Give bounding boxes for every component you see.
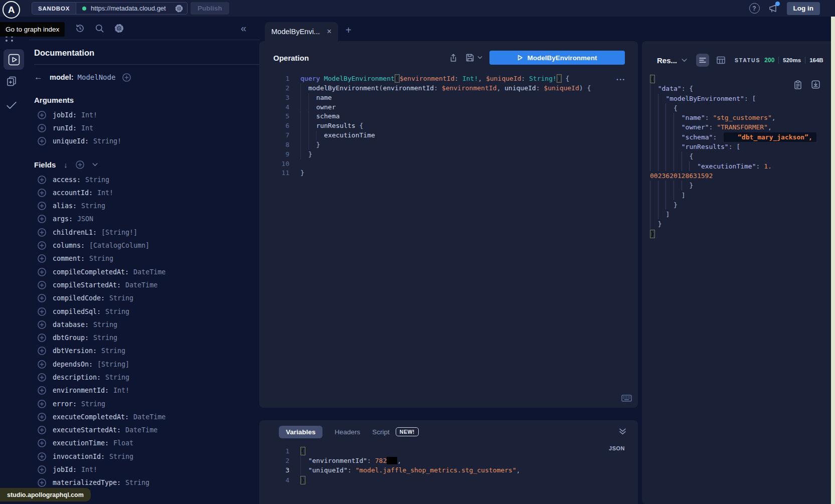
history-icon[interactable]: [75, 24, 85, 33]
variables-editor[interactable]: 1{2"environmentId": 782,3"uniqueId": "mo…: [259, 446, 638, 485]
argument-row[interactable]: uniqueId:String!: [34, 135, 259, 148]
add-to-query-icon[interactable]: [38, 373, 46, 382]
add-to-query-icon[interactable]: [38, 124, 46, 132]
add-to-query-icon[interactable]: [38, 439, 46, 447]
doc-field-row[interactable]: error:String: [34, 397, 259, 410]
keyboard-shortcuts-icon[interactable]: [621, 395, 632, 402]
add-to-query-icon[interactable]: [38, 111, 46, 119]
doc-field-row[interactable]: compileCompletedAt:DateTime: [34, 265, 259, 278]
doc-field-row[interactable]: alias:String: [34, 199, 259, 212]
tab-headers[interactable]: Headers: [335, 428, 360, 436]
help-icon[interactable]: ?: [749, 3, 760, 14]
apollo-logo[interactable]: A: [3, 1, 20, 19]
save-icon[interactable]: [465, 53, 474, 62]
add-to-query-icon[interactable]: [38, 137, 46, 145]
browser-status-link: studio.apollographql.com: [0, 488, 91, 501]
add-to-query-icon[interactable]: [38, 452, 46, 461]
add-to-query-icon[interactable]: [38, 268, 46, 276]
doc-field-row[interactable]: columns:[CatalogColumn]: [34, 239, 259, 252]
collapse-variables-icon[interactable]: [619, 428, 626, 435]
add-to-query-icon[interactable]: [38, 281, 46, 289]
response-body[interactable]: {"data": {"modelByEnvironment": [{"name"…: [642, 74, 831, 239]
save-options-chevron-icon[interactable]: [477, 56, 482, 59]
doc-field-row[interactable]: comment:String: [34, 252, 259, 265]
doc-field-row[interactable]: jobId:Int!: [34, 463, 259, 476]
response-raw-view-icon[interactable]: [696, 54, 709, 67]
tab-close-icon[interactable]: ×: [327, 28, 331, 36]
add-to-query-icon[interactable]: [38, 320, 46, 329]
response-chevron-icon[interactable]: [682, 59, 687, 62]
doc-field-row[interactable]: description:String: [34, 371, 259, 384]
sidebar-item-schema[interactable]: [6, 76, 17, 87]
editor-overflow-menu-icon[interactable]: •••: [617, 77, 626, 82]
doc-field-row[interactable]: database:String: [34, 318, 259, 331]
add-to-query-icon[interactable]: [38, 254, 46, 263]
response-title[interactable]: Res...: [657, 56, 677, 65]
add-to-query-icon[interactable]: [38, 386, 46, 395]
connection-settings-gear-icon[interactable]: [175, 5, 183, 13]
copy-response-icon[interactable]: [794, 80, 802, 89]
doc-field-row[interactable]: compileStartedAt:DateTime: [34, 278, 259, 291]
add-to-query-icon[interactable]: [38, 400, 46, 408]
docs-field-type[interactable]: ModelNode: [78, 73, 116, 81]
login-button[interactable]: Log in: [787, 2, 820, 15]
add-to-query-icon[interactable]: [38, 333, 46, 342]
doc-field-row[interactable]: compiledCode:String: [34, 292, 259, 305]
add-to-query-icon[interactable]: [38, 426, 46, 434]
add-to-query-icon[interactable]: [38, 347, 46, 355]
doc-field-row[interactable]: dbtVersion:String: [34, 345, 259, 358]
add-all-fields-icon[interactable]: [76, 160, 84, 169]
add-to-query-icon[interactable]: [38, 478, 46, 487]
argument-row[interactable]: jobId:Int!: [34, 108, 259, 121]
add-to-query-icon[interactable]: [38, 241, 46, 250]
download-response-icon[interactable]: [811, 80, 820, 89]
publish-button[interactable]: Publish: [191, 2, 229, 15]
doc-field-row[interactable]: childrenL1:[String!]: [34, 226, 259, 239]
doc-field-row[interactable]: executeCompletedAt:DateTime: [34, 410, 259, 423]
add-to-query-icon[interactable]: [122, 73, 131, 82]
add-to-query-icon[interactable]: [38, 413, 46, 421]
field-type: Int: [81, 124, 93, 132]
endpoint-url-input[interactable]: https://metadata.cloud.get: [91, 5, 171, 12]
chevron-down-icon[interactable]: [92, 163, 98, 166]
add-to-query-icon[interactable]: [38, 360, 46, 369]
docs-breadcrumb: ← model: ModelNode: [34, 72, 259, 82]
doc-field-row[interactable]: executionTime:Float: [34, 437, 259, 450]
doc-field-row[interactable]: executeStartedAt:DateTime: [34, 424, 259, 437]
tab-script[interactable]: Script: [372, 428, 390, 436]
add-to-query-icon[interactable]: [38, 465, 46, 474]
add-to-query-icon[interactable]: [38, 189, 46, 197]
doc-field-row[interactable]: dbtGroup:String: [34, 331, 259, 344]
add-to-query-icon[interactable]: [38, 176, 46, 184]
search-icon[interactable]: [95, 24, 104, 33]
share-icon[interactable]: [449, 53, 458, 63]
tab-variables[interactable]: Variables: [279, 426, 322, 438]
collapse-panel-icon[interactable]: «: [241, 23, 259, 34]
announcements-megaphone-icon[interactable]: [768, 4, 778, 13]
add-to-query-icon[interactable]: [38, 215, 46, 223]
add-to-query-icon[interactable]: [38, 294, 46, 302]
response-table-view-icon[interactable]: [717, 56, 725, 64]
tab-operation[interactable]: ModelByEnvi... ×: [265, 22, 338, 41]
code-line: 0023620128631592: [650, 171, 831, 181]
sidebar-item-checks[interactable]: [6, 101, 17, 110]
run-operation-button[interactable]: ModelByEnvironment: [489, 51, 625, 65]
argument-row[interactable]: runId:Int: [34, 121, 259, 134]
doc-field-row[interactable]: compiledSql:String: [34, 305, 259, 318]
sidebar-item-explorer[interactable]: [4, 49, 24, 70]
doc-field-row[interactable]: access:String: [34, 173, 259, 186]
add-to-query-icon[interactable]: [38, 307, 46, 316]
doc-field-row[interactable]: dependsOn:[String]: [34, 358, 259, 371]
doc-field-row[interactable]: args:JSON: [34, 213, 259, 226]
back-arrow-icon[interactable]: ←: [34, 72, 43, 82]
response-header: Res... STATUS 200 520ms 164B: [642, 41, 831, 67]
doc-field-row[interactable]: environmentId:Int!: [34, 384, 259, 397]
doc-field-row[interactable]: invocationId:String: [34, 450, 259, 463]
operation-editor[interactable]: 1query ModelByEnvironment($environmentId…: [259, 74, 638, 178]
settings-gear-icon[interactable]: [114, 24, 124, 33]
add-to-query-icon[interactable]: [38, 202, 46, 210]
doc-field-row[interactable]: accountId:Int!: [34, 186, 259, 199]
new-tab-button[interactable]: +: [346, 25, 352, 36]
add-to-query-icon[interactable]: [38, 228, 46, 237]
sort-arrow-icon[interactable]: ↓: [64, 160, 68, 169]
